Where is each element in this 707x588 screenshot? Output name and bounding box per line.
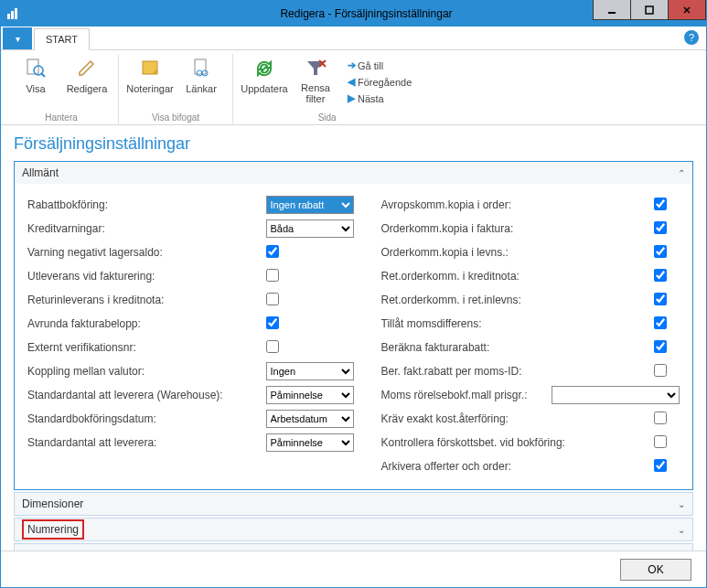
check-externt[interactable] <box>266 340 279 353</box>
section-numrering: Numrering ⌄ <box>14 518 693 541</box>
app-window: Redigera - Försäljningsinställningar ▾ S… <box>0 0 707 588</box>
edit-button[interactable]: Redigera <box>61 54 112 110</box>
section-dimensioner: Dimensioner ⌄ <box>14 492 693 516</box>
svg-rect-1 <box>11 11 14 19</box>
check-kravexakt[interactable] <box>654 412 667 424</box>
note-icon <box>137 56 163 81</box>
label-returinl: Returinleverans i kreditnota: <box>27 294 266 306</box>
refresh-button[interactable]: Uppdatera <box>239 54 290 110</box>
maximize-button[interactable] <box>630 0 669 20</box>
label-varning-neg: Varning negativt lagersaldo: <box>27 246 266 259</box>
group-label-hantera: Hantera <box>45 110 78 124</box>
svg-rect-2 <box>15 8 17 19</box>
label-arkivera: Arkivera offerter och order: <box>381 460 655 473</box>
ok-button[interactable]: OK <box>620 559 691 581</box>
label-rabatt: Rabattbokföring: <box>27 198 266 211</box>
check-orderfakt[interactable] <box>654 221 667 234</box>
check-berakna[interactable] <box>654 340 667 353</box>
view-button[interactable]: Visa <box>10 54 61 110</box>
close-button[interactable] <box>668 0 706 20</box>
link-page-icon <box>188 56 214 81</box>
group-label-sida: Sida <box>318 110 337 124</box>
section-header-numrering[interactable]: Numrering ⌄ <box>15 519 692 540</box>
check-retinlevns[interactable] <box>654 293 667 305</box>
check-orderlevns[interactable] <box>654 245 667 258</box>
label-orderlevns: Orderkomm.kopia i levns.: <box>381 246 655 259</box>
refresh-icon <box>252 56 277 81</box>
ribbon-group-sida: Uppdatera Rensa filter ➔Gå till ◀Föregåe… <box>233 54 421 124</box>
check-retkredit[interactable] <box>654 269 667 282</box>
label-berakna: Beräkna fakturarabatt: <box>381 341 655 354</box>
check-kontroll[interactable] <box>654 435 667 448</box>
label-retkredit: Ret.orderkomm. i kreditnota: <box>381 270 655 283</box>
svg-point-13 <box>202 70 208 76</box>
check-utlev[interactable] <box>266 269 279 282</box>
label-stdantal-wh: Standardantal att leverera (Warehouse): <box>27 389 266 401</box>
label-orderfakt: Orderkomm.kopia i faktura: <box>381 222 655 235</box>
numrering-label-highlight: Numrering <box>22 519 84 540</box>
select-rabatt[interactable]: Ingen rabatt <box>266 196 354 214</box>
section-header-bakgrund[interactable]: Bakgrundsbokföring ⌄ <box>15 544 692 551</box>
label-berfakt: Ber. fakt.rabatt per moms-ID: <box>381 365 655 378</box>
titlebar: Redigera - Försäljningsinställningar <box>1 1 706 27</box>
chevron-down-icon: ⌄ <box>678 525 685 535</box>
select-kreditv[interactable]: Båda <box>266 219 354 238</box>
previous-button[interactable]: ◀Föregående <box>345 74 412 91</box>
ribbon: Visa Redigera Hantera Noteringar Länkar <box>1 50 706 125</box>
label-externt: Externt verifikationsnr: <box>27 341 266 354</box>
links-button[interactable]: Länkar <box>176 54 227 110</box>
label-momsmall: Moms rörelsebokf.mall prisgr.: <box>381 389 552 401</box>
col-left: Rabattbokföring: Ingen rabatt Kreditvarn… <box>27 193 354 478</box>
page-content: Försäljningsinställningar Allmänt ⌃ Raba… <box>1 125 706 551</box>
dialog-footer: OK <box>1 551 706 587</box>
label-stdbok: Standardbokföringsdatum: <box>27 412 266 425</box>
section-allmant: Allmänt ⌃ Rabattbokföring: Ingen rabatt … <box>14 161 693 490</box>
check-avrop[interactable] <box>654 198 667 210</box>
label-avrunda: Avrunda fakturabelopp: <box>27 317 266 330</box>
check-arkivera[interactable] <box>654 459 667 472</box>
select-koppling[interactable]: Ingen <box>266 362 354 380</box>
label-avrop: Avropskomm.kopia i order: <box>381 198 655 211</box>
svg-rect-4 <box>646 6 653 14</box>
label-tillatmoms: Tillåt momsdifferens: <box>381 317 655 330</box>
goto-button[interactable]: ➔Gå till <box>345 58 412 74</box>
window-buttons <box>594 0 706 20</box>
check-tillatmoms[interactable] <box>654 316 667 329</box>
next-button[interactable]: ▶Nästa <box>345 91 412 107</box>
nav-list: ➔Gå till ◀Föregående ▶Nästa <box>341 54 415 110</box>
chevron-down-icon: ⌄ <box>678 551 685 551</box>
select-stdantal-wh[interactable]: Påminnelse <box>266 386 354 404</box>
help-icon[interactable]: ? <box>684 30 699 45</box>
section-body-allmant: Rabattbokföring: Ingen rabatt Kreditvarn… <box>15 184 692 489</box>
group-label-bifogat: Visa bifogat <box>152 110 199 124</box>
funnel-clear-icon <box>303 56 328 81</box>
label-utlev: Utleverans vid fakturering: <box>27 270 266 283</box>
label-koppling: Koppling mellan valutor: <box>27 365 266 378</box>
clear-filter-button[interactable]: Rensa filter <box>290 54 341 110</box>
check-avrunda[interactable] <box>266 316 279 329</box>
check-varning-neg[interactable] <box>266 245 279 258</box>
ribbon-group-bifogat: Noteringar Länkar Visa bifogat <box>119 54 233 124</box>
select-momsmall[interactable] <box>552 386 680 404</box>
label-stdantal: Standardantal att leverera: <box>27 436 266 449</box>
select-stdantal[interactable]: Påminnelse <box>266 433 354 452</box>
svg-rect-3 <box>608 12 616 14</box>
magnifier-page-icon <box>23 56 48 81</box>
arrow-right-icon: ➔ <box>345 59 358 71</box>
section-header-dimensioner[interactable]: Dimensioner ⌄ <box>15 493 692 515</box>
chevron-down-icon: ⌄ <box>678 499 685 509</box>
svg-line-9 <box>41 73 45 77</box>
check-berfakt[interactable] <box>654 364 667 377</box>
svg-rect-0 <box>7 14 10 19</box>
ribbon-group-hantera: Visa Redigera Hantera <box>5 54 119 124</box>
triangle-right-icon: ▶ <box>345 92 358 104</box>
label-kravexakt: Kräv exakt kost.återföring: <box>381 412 655 425</box>
app-icon <box>1 1 27 27</box>
file-menu[interactable]: ▾ <box>3 27 32 49</box>
section-header-allmant[interactable]: Allmänt ⌃ <box>15 162 692 184</box>
check-returinl[interactable] <box>266 293 279 305</box>
select-stdbok[interactable]: Arbetsdatum <box>266 410 354 428</box>
tab-start[interactable]: START <box>34 28 90 50</box>
notes-button[interactable]: Noteringar <box>124 54 176 110</box>
minimize-button[interactable] <box>593 0 631 20</box>
